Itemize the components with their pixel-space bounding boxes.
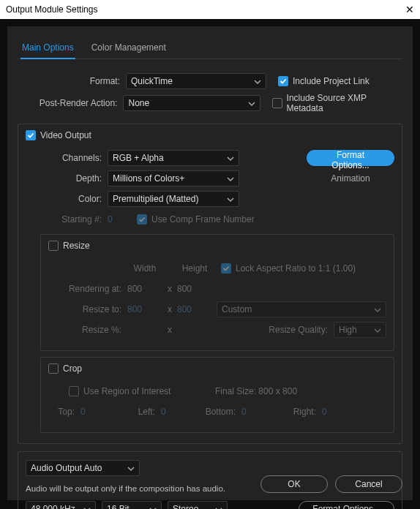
crop-right-value: 0 bbox=[322, 407, 327, 417]
chevron-down-icon bbox=[254, 78, 261, 85]
chevron-down-icon bbox=[227, 195, 234, 203]
use-comp-frame-label: Use Comp Frame Number bbox=[151, 214, 255, 225]
resize-to-label: Resize to: bbox=[48, 304, 127, 314]
depth-label: Depth: bbox=[26, 173, 108, 184]
chevron-down-icon bbox=[374, 306, 381, 313]
resize-checkbox[interactable] bbox=[48, 241, 59, 251]
crop-label: Crop bbox=[63, 363, 82, 374]
color-label: Color: bbox=[26, 194, 108, 204]
color-select[interactable]: Premultiplied (Matted) bbox=[108, 191, 239, 207]
use-comp-frame-checkbox bbox=[137, 214, 147, 225]
final-size-label: Final Size: 800 x 800 bbox=[215, 386, 297, 396]
audio-rate-select[interactable]: 48.000 kHz bbox=[26, 501, 96, 509]
include-xmp-label: Include Source XMP Metadata bbox=[287, 93, 402, 113]
include-project-link-label: Include Project Link bbox=[293, 76, 370, 86]
chevron-down-icon bbox=[83, 505, 91, 509]
channels-value: RGB + Alpha bbox=[113, 153, 164, 163]
video-output-group: Video Output Channels: RGB + Alpha Forma… bbox=[18, 124, 402, 444]
x-label: x bbox=[162, 284, 177, 294]
channels-label: Channels: bbox=[26, 153, 108, 163]
format-row: Format: QuickTime Include Project Link bbox=[18, 72, 402, 90]
tab-bar: Main Options Color Management bbox=[18, 38, 402, 59]
resize-group: Resize Width Height Lock Aspect Ratio to… bbox=[40, 234, 394, 351]
chevron-down-icon bbox=[215, 505, 222, 509]
resize-pct-label: Resize %: bbox=[48, 325, 127, 335]
resize-quality-value: High bbox=[339, 325, 357, 335]
depth-value: Millions of Colors+ bbox=[113, 173, 184, 184]
crop-left-label: Left: bbox=[108, 407, 161, 417]
crop-checkbox[interactable] bbox=[48, 363, 59, 374]
post-render-row: Post-Render Action: None Include Source … bbox=[18, 93, 402, 113]
starting-value: 0 bbox=[108, 214, 137, 225]
depth-select[interactable]: Millions of Colors+ bbox=[108, 170, 239, 186]
chevron-down-icon bbox=[227, 175, 234, 182]
post-render-select[interactable]: None bbox=[123, 95, 260, 111]
crop-left-value: 0 bbox=[161, 407, 189, 417]
dialog-footer: OK Cancel bbox=[260, 475, 402, 493]
include-project-link-checkbox[interactable] bbox=[278, 76, 288, 86]
crop-bottom-value: 0 bbox=[241, 407, 269, 417]
video-output-label: Video Output bbox=[40, 130, 91, 140]
format-label: Format: bbox=[18, 76, 126, 86]
audio-depth-value: 16 Bit bbox=[107, 504, 130, 509]
lock-aspect-checkbox bbox=[221, 263, 231, 274]
audio-format-options-button[interactable]: Format Options... bbox=[299, 501, 394, 509]
post-render-value: None bbox=[128, 98, 149, 108]
color-value: Premultiplied (Matted) bbox=[113, 194, 198, 204]
roi-label: Use Region of Interest bbox=[83, 386, 215, 396]
chevron-down-icon bbox=[127, 464, 135, 472]
crop-top-label: Top: bbox=[48, 407, 80, 417]
audio-note: Audio will be output only if the composi… bbox=[26, 484, 225, 493]
tab-main-options[interactable]: Main Options bbox=[20, 38, 75, 59]
resize-label: Resize bbox=[63, 241, 90, 251]
roi-checkbox bbox=[69, 386, 79, 396]
x-label: x bbox=[162, 325, 177, 335]
audio-channels-value: Stereo bbox=[173, 504, 198, 509]
audio-rate-value: 48.000 kHz bbox=[31, 504, 75, 509]
rendering-height: 800 bbox=[177, 284, 212, 294]
audio-output-mode-select[interactable]: Audio Output Auto bbox=[26, 460, 140, 476]
channels-select[interactable]: RGB + Alpha bbox=[108, 150, 239, 166]
crop-right-label: Right: bbox=[269, 407, 322, 417]
height-header: Height bbox=[177, 263, 212, 274]
resize-quality-label: Resize Quality: bbox=[269, 325, 328, 335]
x-label: x bbox=[162, 304, 177, 314]
close-icon[interactable]: ✕ bbox=[405, 4, 414, 15]
rendering-at-label: Rendering at: bbox=[48, 284, 127, 294]
resize-preset-value: Custom bbox=[222, 304, 252, 314]
include-xmp-checkbox[interactable] bbox=[272, 98, 282, 108]
lock-aspect-label: Lock Aspect Ratio to 1:1 (1.00) bbox=[236, 263, 356, 274]
audio-output-mode-value: Audio Output Auto bbox=[31, 463, 102, 473]
ok-button[interactable]: OK bbox=[260, 475, 328, 493]
video-format-options-button[interactable]: Format Options... bbox=[307, 150, 394, 166]
cancel-button[interactable]: Cancel bbox=[335, 475, 402, 493]
window-title: Output Module Settings bbox=[6, 4, 97, 15]
rendering-width: 800 bbox=[127, 284, 162, 294]
chevron-down-icon bbox=[374, 326, 381, 333]
video-output-checkbox[interactable] bbox=[26, 130, 36, 140]
crop-group: Crop Use Region of Interest Final Size: … bbox=[40, 357, 394, 433]
dialog-content: Main Options Color Management Format: Qu… bbox=[7, 26, 413, 500]
audio-depth-select[interactable]: 16 Bit bbox=[102, 501, 162, 509]
crop-bottom-label: Bottom: bbox=[189, 407, 241, 417]
tab-color-management[interactable]: Color Management bbox=[90, 38, 168, 59]
codec-label: Animation bbox=[307, 173, 394, 184]
resize-preset-select: Custom bbox=[217, 301, 386, 317]
starting-label: Starting #: bbox=[26, 214, 108, 225]
format-value: QuickTime bbox=[131, 76, 173, 86]
resize-to-width: 800 bbox=[127, 304, 162, 314]
chevron-down-icon bbox=[149, 505, 157, 509]
resize-quality-select: High bbox=[334, 322, 386, 338]
width-header: Width bbox=[127, 263, 162, 274]
resize-to-height: 800 bbox=[177, 304, 212, 314]
crop-top-value: 0 bbox=[80, 407, 108, 417]
title-bar: Output Module Settings ✕ bbox=[0, 0, 420, 19]
audio-channels-select[interactable]: Stereo bbox=[168, 501, 228, 509]
chevron-down-icon bbox=[227, 154, 234, 162]
post-render-label: Post-Render Action: bbox=[18, 98, 123, 108]
chevron-down-icon bbox=[248, 99, 255, 107]
format-select[interactable]: QuickTime bbox=[126, 73, 266, 89]
